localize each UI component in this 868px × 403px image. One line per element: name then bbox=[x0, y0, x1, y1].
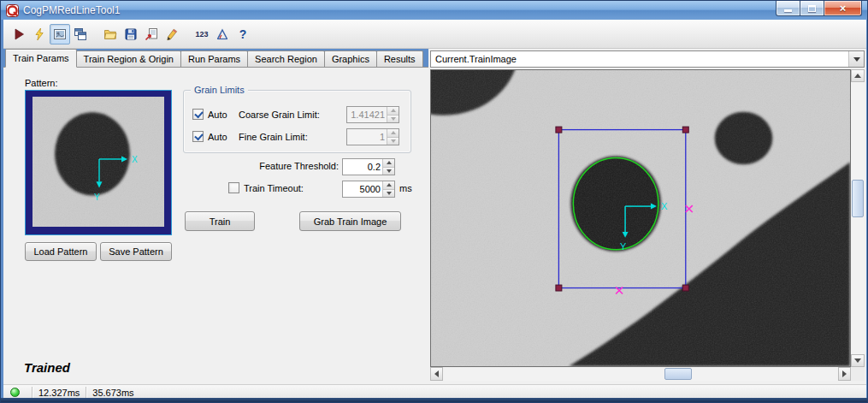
spin-up-button bbox=[387, 107, 399, 115]
pencil-icon bbox=[165, 27, 179, 41]
feature-threshold-label: Feature Threshold: bbox=[217, 161, 339, 171]
chevron-down-icon bbox=[391, 117, 396, 121]
fine-auto-checkbox[interactable] bbox=[192, 131, 204, 142]
lightning-icon bbox=[32, 27, 46, 41]
feature-threshold-spinner[interactable] bbox=[342, 158, 395, 175]
arrow-down-icon bbox=[854, 359, 861, 363]
vertical-scroll-thumb[interactable] bbox=[852, 180, 864, 217]
arrow-right-icon bbox=[842, 370, 847, 377]
coarse-auto-checkbox[interactable] bbox=[192, 109, 204, 120]
coarse-auto-label: Auto bbox=[208, 110, 227, 120]
electric-run-button[interactable] bbox=[29, 24, 50, 44]
load-pattern-button[interactable]: Load Pattern bbox=[25, 242, 97, 261]
overlapping-windows-icon bbox=[74, 27, 87, 41]
fine-grain-limit-value bbox=[347, 129, 387, 145]
tab-search-region[interactable]: Search Region bbox=[247, 50, 325, 67]
combo-dropdown-button[interactable] bbox=[848, 51, 864, 67]
image-display-icon bbox=[53, 27, 67, 41]
fine-grain-limit-spinner bbox=[346, 128, 399, 145]
tab-train-region-origin[interactable]: Train Region & Origin bbox=[76, 50, 181, 67]
open-file-button[interactable] bbox=[100, 24, 121, 44]
spin-down-button[interactable] bbox=[383, 167, 394, 175]
train-timeout-label: Train Timeout: bbox=[244, 183, 304, 193]
toolbar-separator bbox=[91, 24, 100, 44]
horizontal-scroll-thumb[interactable] bbox=[664, 368, 692, 380]
title-bar[interactable]: CogPMRedLineTool1 × bbox=[1, 1, 867, 20]
document-import-arrow-icon bbox=[145, 27, 158, 41]
number-display-button[interactable]: 123 bbox=[192, 24, 212, 44]
spin-up-button[interactable] bbox=[383, 181, 394, 189]
chevron-down-icon bbox=[387, 192, 392, 195]
arrow-left-icon bbox=[434, 370, 439, 377]
horizontal-scrollbar[interactable] bbox=[430, 367, 851, 381]
train-image-display[interactable]: X Y bbox=[430, 69, 851, 367]
scroll-down-button[interactable] bbox=[851, 354, 865, 367]
pattern-label: Pattern: bbox=[25, 78, 58, 88]
app-icon bbox=[6, 4, 19, 17]
float-window-button[interactable] bbox=[70, 24, 91, 44]
run-button[interactable] bbox=[9, 24, 29, 44]
toolbar: 123 ? bbox=[3, 20, 866, 49]
tab-strip: Train Params Train Region & Origin Run P… bbox=[3, 49, 428, 68]
help-button[interactable]: ? bbox=[233, 24, 253, 44]
close-button[interactable]: × bbox=[824, 1, 862, 16]
feature-threshold-value[interactable] bbox=[343, 159, 382, 175]
scroll-right-button[interactable] bbox=[838, 367, 851, 381]
image-view-selector[interactable]: Current.TrainImage bbox=[430, 50, 865, 68]
corner-handle[interactable] bbox=[556, 127, 562, 133]
fine-auto-label: Auto bbox=[208, 132, 227, 142]
save-file-button[interactable] bbox=[121, 24, 141, 44]
measure-angle-button[interactable] bbox=[212, 24, 233, 44]
chevron-down-icon bbox=[391, 139, 396, 143]
tab-graphics[interactable]: Graphics bbox=[324, 50, 377, 67]
minimize-button[interactable] bbox=[776, 1, 800, 16]
show-image-toggle-button[interactable] bbox=[50, 24, 70, 44]
tab-run-params[interactable]: Run Params bbox=[180, 50, 248, 67]
maximize-button[interactable] bbox=[800, 1, 824, 16]
train-button[interactable]: Train bbox=[185, 211, 255, 231]
train-timeout-checkbox[interactable] bbox=[228, 182, 239, 193]
train-params-page: Pattern: X bbox=[3, 68, 428, 384]
total-time: 35.673ms bbox=[92, 388, 133, 398]
vertical-scrollbar[interactable] bbox=[851, 69, 865, 367]
corner-handle[interactable] bbox=[682, 285, 688, 291]
save-pattern-button[interactable]: Save Pattern bbox=[100, 242, 172, 261]
axis-x-label: X bbox=[132, 155, 138, 164]
tab-train-params[interactable]: Train Params bbox=[5, 49, 77, 68]
edit-pen-button[interactable] bbox=[162, 24, 182, 44]
spin-down-button[interactable] bbox=[383, 189, 394, 198]
vertical-scroll-track[interactable] bbox=[851, 82, 865, 354]
maximize-icon bbox=[808, 5, 816, 12]
corner-handle[interactable] bbox=[556, 285, 562, 291]
play-icon bbox=[12, 27, 26, 41]
spin-down-button bbox=[387, 137, 399, 145]
corner-handle[interactable] bbox=[682, 127, 688, 133]
pattern-image: X Y bbox=[32, 97, 164, 227]
coarse-grain-limit-value bbox=[347, 107, 387, 122]
train-timeout-value[interactable] bbox=[343, 181, 382, 197]
import-image-button[interactable] bbox=[141, 24, 162, 44]
horizontal-scroll-track[interactable] bbox=[443, 367, 838, 381]
floppy-disk-icon bbox=[124, 27, 138, 41]
status-separator bbox=[86, 387, 86, 398]
window-controls: × bbox=[776, 1, 862, 16]
chevron-down-icon bbox=[853, 57, 860, 62]
scroll-up-button[interactable] bbox=[851, 69, 865, 82]
chevron-down-icon bbox=[387, 169, 392, 173]
tab-results[interactable]: Results bbox=[376, 50, 423, 67]
123-icon: 123 bbox=[195, 30, 208, 39]
grab-train-image-button[interactable]: Grab Train Image bbox=[299, 211, 401, 231]
train-timeout-spinner[interactable] bbox=[342, 181, 395, 198]
chevron-up-icon bbox=[391, 131, 396, 134]
arrow-up-icon bbox=[854, 74, 861, 78]
axis-x-label: X bbox=[661, 201, 668, 211]
spin-up-button[interactable] bbox=[383, 159, 394, 167]
pattern-display: X Y bbox=[25, 90, 172, 235]
spin-up-button bbox=[387, 129, 399, 137]
axis-y-label: Y bbox=[620, 241, 627, 252]
window-bottom-frame bbox=[1, 398, 867, 402]
train-timeout-unit: ms bbox=[399, 183, 412, 193]
app-window: CogPMRedLineTool1 × bbox=[0, 0, 868, 403]
chevron-up-icon bbox=[387, 161, 392, 164]
scroll-left-button[interactable] bbox=[430, 367, 443, 381]
